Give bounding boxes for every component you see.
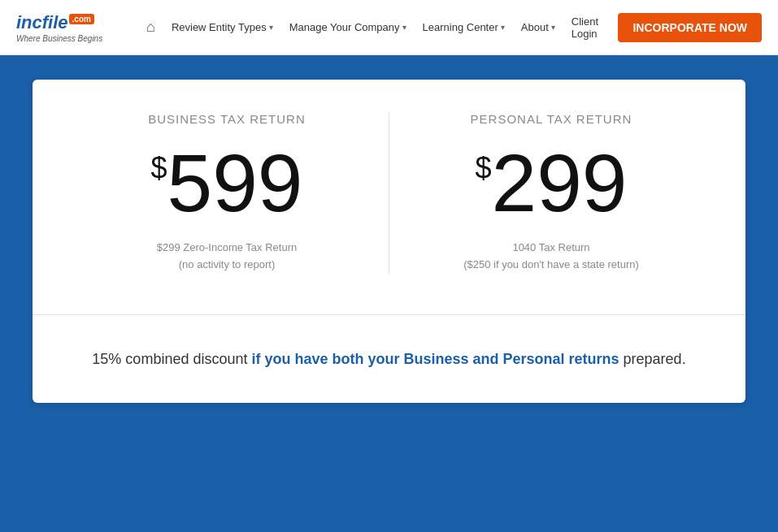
business-tax-label: BUSINESS TAX RETURN (89, 112, 364, 126)
personal-tax-section: PERSONAL TAX RETURN $ 299 1040 Tax Retur… (389, 112, 713, 274)
discount-text-highlight: if you have both your Business and Perso… (251, 351, 619, 367)
business-tax-note-line1: $299 Zero-Income Tax Return (89, 240, 364, 257)
business-tax-number: 599 (167, 142, 303, 223)
logo: incfile.com Where Business Begins (16, 12, 122, 43)
personal-tax-dollar: $ (476, 154, 492, 183)
personal-tax-amount: $ 299 (414, 142, 689, 223)
discount-text-prefix: 15% combined discount (92, 351, 251, 367)
review-entity-types-chevron-icon: ▾ (269, 23, 273, 32)
business-tax-dollar: $ (151, 154, 167, 183)
nav-learning-center[interactable]: Learning Center ▾ (416, 16, 511, 38)
business-tax-note-line2: (no activity to report) (89, 257, 364, 274)
nav-client-login-label: Client Login (572, 15, 598, 40)
home-icon[interactable]: ⌂ (146, 19, 155, 36)
personal-tax-note: 1040 Tax Return ($250 if you don't have … (414, 240, 689, 274)
nav-manage-company-label: Manage Your Company (289, 21, 400, 33)
personal-tax-note-line2: ($250 if you don't have a state return) (414, 257, 689, 274)
about-chevron-icon: ▾ (551, 23, 555, 32)
business-tax-section: BUSINESS TAX RETURN $ 599 $299 Zero-Inco… (65, 112, 389, 274)
logo-tagline: Where Business Begins (16, 34, 122, 43)
main-nav: ⌂ Review Entity Types ▾ Manage Your Comp… (146, 11, 762, 45)
nav-learning-center-label: Learning Center (423, 21, 498, 33)
manage-company-chevron-icon: ▾ (402, 23, 406, 32)
logo-inc: inc (16, 12, 42, 33)
personal-tax-label: PERSONAL TAX RETURN (414, 112, 689, 126)
nav-manage-company[interactable]: Manage Your Company ▾ (283, 16, 413, 38)
personal-tax-number: 299 (492, 142, 628, 223)
pricing-top: BUSINESS TAX RETURN $ 599 $299 Zero-Inco… (33, 80, 745, 314)
nav-review-entity-types-label: Review Entity Types (172, 21, 267, 33)
nav-client-login[interactable]: Client Login (565, 11, 607, 45)
business-tax-amount: $ 599 (89, 142, 364, 223)
pricing-discount-section: 15% combined discount if you have both y… (33, 314, 745, 404)
pricing-card: BUSINESS TAX RETURN $ 599 $299 Zero-Inco… (33, 80, 745, 403)
logo-dotcom: .com (69, 14, 94, 24)
nav-about-label: About (521, 21, 549, 33)
discount-text-suffix: prepared. (619, 351, 686, 367)
learning-center-chevron-icon: ▾ (501, 23, 505, 32)
site-header: incfile.com Where Business Begins ⌂ Revi… (0, 0, 778, 55)
incorporate-now-button[interactable]: INCORPORATE NOW (618, 13, 762, 42)
nav-review-entity-types[interactable]: Review Entity Types ▾ (165, 16, 280, 38)
personal-tax-note-line1: 1040 Tax Return (414, 240, 689, 257)
logo-file: file (42, 12, 68, 33)
main-content: BUSINESS TAX RETURN $ 599 $299 Zero-Inco… (0, 55, 778, 427)
discount-text: 15% combined discount if you have both y… (81, 348, 697, 371)
business-tax-note: $299 Zero-Income Tax Return (no activity… (89, 240, 364, 274)
nav-about[interactable]: About ▾ (515, 16, 562, 38)
